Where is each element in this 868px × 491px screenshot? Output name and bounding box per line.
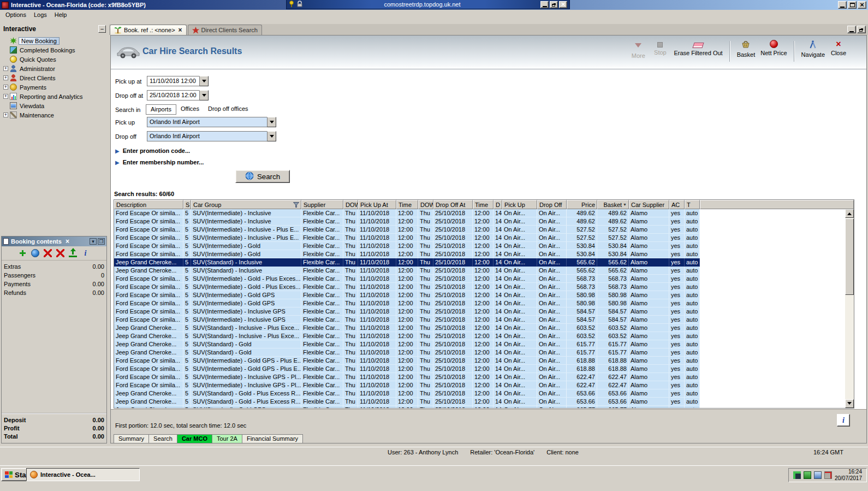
table-row[interactable]: Ford Escape Or simila...5SUV(Intermediat… [114, 250, 700, 258]
dropdown-arrow-icon[interactable] [267, 131, 276, 141]
search-in-offices[interactable]: Offices [176, 104, 204, 115]
table-row[interactable]: Ford Escape Or simila...5SUV(Intermediat… [114, 316, 700, 324]
scroll-down-button[interactable] [845, 399, 854, 408]
dropdown-arrow-icon[interactable] [267, 117, 276, 127]
booking-contents-titlebar[interactable]: Booking contents × ▾ ❐ [2, 236, 106, 246]
table-row[interactable]: Ford Escape Or simila...5SUV(Intermediat… [114, 357, 700, 365]
table-row[interactable]: Ford Escape Or simila...5SUV(Intermediat… [114, 381, 700, 389]
table-row[interactable]: Jeep Grand Cheroke...5SUV(Standard) - In… [114, 332, 700, 340]
sidebar-item-new-booking[interactable]: New Booking [1, 36, 107, 45]
search-button[interactable]: Search [235, 170, 290, 183]
dropdown-arrow-icon[interactable] [199, 90, 209, 100]
table-row[interactable]: Ford Escape Or simila...5SUV(Intermediat… [114, 234, 700, 242]
tab-car-mco[interactable]: Car MCO [177, 434, 212, 443]
sidebar-item-direct-clients[interactable]: +Direct Clients [1, 73, 107, 82]
column-header-price[interactable]: Price [567, 200, 597, 209]
booking-contents-close-icon[interactable]: × [64, 239, 71, 244]
nett-price-button[interactable]: Nett Price [760, 40, 787, 56]
column-header-supplier[interactable]: Supplier [301, 200, 343, 209]
column-header-ac[interactable]: AC [669, 200, 685, 209]
vertical-scrollbar[interactable] [845, 209, 854, 408]
membership-number-section[interactable]: ▶ Enter membership number... [115, 159, 204, 165]
pickup-at-combobox[interactable]: 11/10/2018 12:00 [147, 76, 209, 86]
table-row[interactable]: Ford Escape Or simila...5SUV(Intermediat… [114, 242, 700, 250]
booking-contents-row[interactable]: Extras0.00 [4, 262, 104, 271]
column-header-dow[interactable]: DOW [418, 200, 433, 209]
table-row[interactable]: Ford Escape Or simila...5SUV(Intermediat… [114, 217, 700, 226]
stop-button[interactable]: Stop [652, 40, 668, 56]
table-row[interactable]: Jeep Grand Cheroke...5SUV(Standard) - In… [114, 324, 700, 332]
export-icon[interactable] [69, 249, 77, 257]
table-row[interactable]: Jeep Grand Cheroke...5SUV(Standard) - In… [114, 258, 700, 267]
booking-total-row[interactable]: Total0.00 [4, 432, 104, 440]
sidebar-item-quick-quotes[interactable]: Quick Quotes [1, 55, 107, 64]
table-row[interactable]: Jeep Grand Cheroke...5SUV(Standard) - Go… [114, 340, 700, 348]
promotion-code-section[interactable]: ▶ Enter promotion code... [115, 147, 190, 154]
rdp-restore-button[interactable] [550, 1, 558, 8]
table-row[interactable]: Ford Escape Or simila...5SUV(Intermediat… [114, 283, 700, 291]
expander-icon[interactable]: + [3, 66, 8, 71]
pin-icon[interactable] [289, 1, 295, 8]
sidebar-collapse-button[interactable]: – [98, 25, 106, 33]
navigate-button[interactable]: Navigate [801, 40, 825, 58]
column-header-basket[interactable]: Basket▼ [597, 200, 629, 209]
scroll-up-button[interactable] [845, 209, 854, 218]
mdi-restore-button[interactable] [857, 26, 866, 33]
mdi-minimize-button[interactable] [847, 26, 856, 33]
tab-tour-2a[interactable]: Tour 2A [212, 434, 242, 443]
table-row[interactable]: Jeep Grand Cheroke...5SUV(Standard) - Go… [114, 389, 700, 398]
terminal-icon[interactable] [793, 471, 801, 479]
table-row[interactable]: Jeep Grand Cheroke...5SUV(Standard) - Go… [114, 398, 700, 406]
booking-total-row[interactable]: Profit0.00 [4, 424, 104, 432]
column-header-time[interactable]: Time [396, 200, 418, 209]
tab-financial-summary[interactable]: Financial Summary [242, 434, 303, 443]
menu-logs[interactable]: Logs [31, 11, 50, 19]
scrollbar-thumb[interactable] [845, 218, 854, 295]
tab-close-icon[interactable]: × [177, 28, 182, 33]
column-header-dow[interactable]: DOW [343, 200, 358, 209]
sidebar-item-payments[interactable]: +Payments [1, 82, 107, 92]
erase-filtered-out-button[interactable]: Erase Filtered Out [674, 40, 722, 56]
search-globe-icon[interactable] [31, 249, 39, 257]
column-header-pick-up[interactable]: Pick Up [502, 200, 537, 209]
sidebar-item-maintenance[interactable]: +Maintenance [1, 110, 107, 120]
column-header-drop-off[interactable]: Drop Off [537, 200, 567, 209]
column-header-drop-off-at[interactable]: Drop Off At [433, 200, 473, 209]
table-row[interactable]: Ford Escape Or simila...5SUV(Intermediat… [114, 291, 700, 299]
tab-summary[interactable]: Summary [114, 434, 149, 443]
booking-contents-row[interactable]: Payments0.00 [4, 280, 104, 288]
table-row[interactable]: Ford Escape Or simila...5SUV(Intermediat… [114, 275, 700, 283]
delete-icon[interactable] [44, 249, 52, 257]
expander-icon[interactable]: + [3, 113, 8, 117]
expander-icon[interactable]: + [3, 94, 8, 99]
dropdown-arrow-icon[interactable] [199, 76, 209, 86]
basket-button[interactable]: Basket [737, 40, 756, 58]
info-icon[interactable]: i [81, 249, 90, 257]
sidebar-item-viewdata[interactable]: Viewdata [1, 101, 107, 110]
minimize-button[interactable] [838, 1, 847, 9]
network-status-icon[interactable] [804, 471, 811, 479]
table-row[interactable]: Jeep Grand Cheroke...5SUV(Standard) - Go… [114, 348, 700, 357]
menu-options[interactable]: Options [2, 11, 29, 19]
taskbar-app-button[interactable]: Interactive - Ocea... [26, 468, 140, 481]
sidebar-item-administrator[interactable]: +Administrator [1, 64, 107, 73]
booking-restore-button[interactable]: ❐ [98, 238, 105, 245]
table-row[interactable]: Ford Escape Or simila...5SUV(Intermediat… [114, 307, 700, 316]
table-row[interactable]: Ford Escape Or simila...5SUV(Intermediat… [114, 226, 700, 234]
add-icon[interactable] [19, 249, 27, 257]
column-header-car-group[interactable]: Car Group [191, 200, 301, 209]
booking-contents-row[interactable]: Refunds0.00 [4, 288, 104, 297]
close-button[interactable] [858, 1, 866, 9]
close-results-button[interactable]: × Close [830, 40, 847, 56]
booking-minimize-button[interactable]: ▾ [90, 238, 97, 245]
tab-search[interactable]: Search [149, 434, 177, 443]
tab-booking-ref[interactable]: Book. ref .: <none> × [110, 25, 187, 35]
expander-icon[interactable]: + [3, 85, 8, 90]
sidebar-item-reporting-and-analytics[interactable]: +Reporting and Analytics [1, 92, 107, 101]
maximize-button[interactable] [848, 1, 857, 9]
more-button[interactable]: More [630, 40, 646, 59]
table-row[interactable]: Jeep Grand Cheroke...5SUV(Standard) - Go… [114, 406, 700, 408]
table-row[interactable]: Ford Escape Or simila...5SUV(Intermediat… [114, 209, 700, 217]
expander-icon[interactable]: + [3, 75, 8, 80]
search-in-airports[interactable]: Airports [146, 104, 176, 115]
